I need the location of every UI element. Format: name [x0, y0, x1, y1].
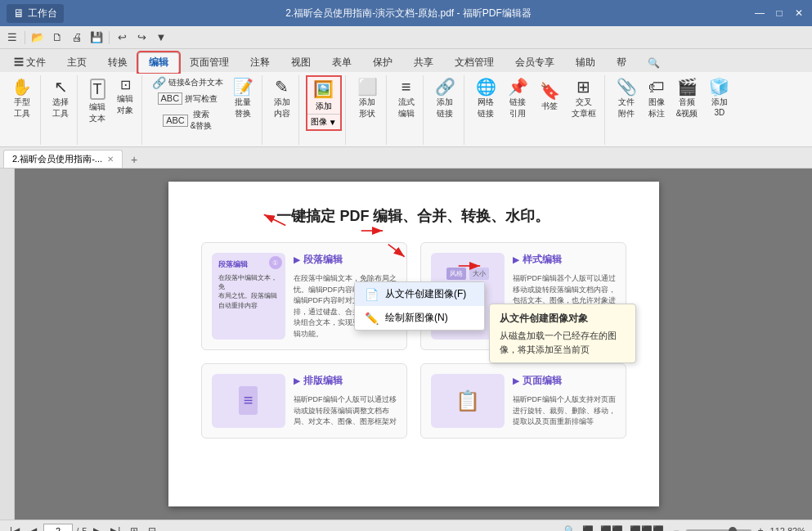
tab-share[interactable]: 共享: [403, 52, 444, 72]
dropdown-item-1[interactable]: ✏️ 绘制新图像(N): [355, 306, 484, 330]
hand-tool-button[interactable]: ✋ 手型工具: [7, 75, 37, 123]
net-link-button[interactable]: 🌐 网络链接: [471, 75, 501, 123]
group-tools-items: 🔗 链接&合并文本 ABC 拼写检查 ABC 搜索&替换 📝 批量替换: [149, 75, 258, 145]
cross-ref-button[interactable]: ⊞ 交叉文章框: [567, 75, 601, 123]
dropdown-arrow[interactable]: ▼: [152, 29, 170, 47]
doc-tabs: 2.福昕会员使用指南-... ✕ +: [0, 147, 812, 169]
audio-video-button[interactable]: 🎬 音频&视频: [671, 75, 703, 123]
add-shape-button[interactable]: ⬜ 添加形状: [352, 75, 383, 123]
minimize-button[interactable]: —: [753, 7, 766, 20]
link-ref-icon: 📌: [508, 79, 528, 95]
group-more-items: 🌐 网络链接 📌 链接引用 🔖 书签 ⊞ 交叉文章框: [471, 75, 601, 145]
tab-docmgr[interactable]: 文档管理: [444, 52, 505, 72]
app-icon: 🖥: [13, 7, 25, 20]
group-link: 🔗 添加链接: [427, 75, 464, 145]
attach-icon: 📎: [617, 79, 637, 95]
zoom-in-button[interactable]: +: [755, 524, 767, 532]
flow-label: 流式编辑: [398, 97, 415, 119]
next-page-button[interactable]: ▶: [90, 524, 104, 532]
dropdown-menu: 📄 从文件创建图像(F) ✏️ 绘制新图像(N): [354, 281, 485, 331]
zoom-out-button[interactable]: −: [671, 524, 683, 532]
new-button[interactable]: 🗋: [48, 29, 66, 47]
search-button[interactable]: ABC 搜索&替换: [149, 107, 227, 133]
tab-note[interactable]: 注释: [240, 52, 280, 72]
doc-tab-close[interactable]: ✕: [107, 155, 114, 164]
link-icon: 🔗: [152, 77, 166, 88]
spell-button[interactable]: ABC 拼写检查: [149, 91, 227, 106]
edit-obj-label: 编辑对象: [117, 93, 133, 116]
group-select: ↖ 选择工具: [44, 75, 78, 145]
select-tool-button[interactable]: ↖ 选择工具: [47, 75, 74, 123]
edit-obj-button[interactable]: ⊡ 编辑对象: [112, 75, 138, 119]
bookmark-button[interactable]: 🔖 书签: [535, 75, 565, 119]
tab-view[interactable]: 视图: [280, 52, 321, 72]
group-image: 🖼️ 添加 图像 ▼: [303, 75, 346, 145]
app-button[interactable]: 🖥 工作台: [7, 4, 64, 23]
doc-tab-1[interactable]: 2.福昕会员使用指南-... ✕: [3, 150, 123, 168]
view-multi-icon[interactable]: ⬛⬛⬛: [630, 525, 664, 531]
dropdown-item-0[interactable]: 📄 从文件创建图像(F): [355, 282, 484, 306]
tab-convert[interactable]: 转换: [97, 52, 138, 72]
tab-home[interactable]: 主页: [56, 52, 97, 72]
add3d-button[interactable]: 🧊 添加3D: [704, 75, 734, 120]
tab-form[interactable]: 表单: [321, 52, 362, 72]
add-link-icon: 🔗: [435, 79, 455, 95]
view-single-icon[interactable]: ⬛: [582, 525, 594, 531]
separator2: [109, 31, 110, 44]
card3-body: 福昕PDF编辑个人版可以通过移动或旋转段落编辑调整文档布局、对文本、图像、图形框…: [294, 394, 397, 428]
tab-member[interactable]: 会员专享: [505, 52, 565, 72]
add-image-top-button[interactable]: 🖼️ 添加: [307, 77, 340, 114]
link-merge-button[interactable]: 🔗 链接&合并文本: [149, 75, 227, 90]
print-button[interactable]: 🖨: [68, 29, 86, 47]
tab-protect[interactable]: 保护: [362, 52, 403, 72]
add-image-split-button[interactable]: 🖼️ 添加 图像 ▼: [306, 75, 342, 131]
add-tab-button[interactable]: +: [126, 151, 142, 168]
fit-page-button[interactable]: ⊞: [127, 524, 141, 532]
add-link-button[interactable]: 🔗 添加链接: [430, 75, 460, 123]
last-page-button[interactable]: ▶|: [107, 524, 123, 532]
doc-area[interactable]: 一键搞定 PDF 编辑、合并、转换、水印。 段落编辑 在段落中编辑文本，免布局之…: [15, 169, 812, 520]
file-attach-button[interactable]: 📎 文件附件: [612, 75, 642, 123]
group-select-items: ↖ 选择工具: [47, 75, 74, 145]
batch-replace-button[interactable]: 📝 批量替换: [228, 75, 258, 123]
3d-icon: 🧊: [709, 79, 729, 95]
save-button[interactable]: 💾: [87, 29, 105, 47]
zoom-thumb[interactable]: [729, 527, 737, 532]
prev-page-button[interactable]: ◀: [26, 524, 40, 532]
tab-page[interactable]: 页面管理: [179, 52, 240, 72]
open-button[interactable]: 📂: [29, 29, 47, 47]
redo-button[interactable]: ↪: [132, 29, 150, 47]
edit-text-button[interactable]: T 编辑文本: [84, 75, 110, 128]
flow-edit-button[interactable]: ≡ 流式编辑: [393, 75, 419, 123]
maximize-button[interactable]: □: [773, 7, 786, 20]
tab-assist[interactable]: 辅助: [565, 52, 606, 72]
undo-button[interactable]: ↩: [113, 29, 131, 47]
nav-controls: |◀ ◀ / 5 ▶ ▶| ⊞ ⊟: [7, 524, 159, 532]
add-image-bottom-button[interactable]: 图像 ▼: [307, 114, 340, 129]
menu-button[interactable]: ☰: [3, 29, 21, 47]
group-shape-items: ⬜ 添加形状: [352, 75, 383, 145]
pdf-title: 一键搞定 PDF 编辑、合并、转换、水印。: [201, 206, 626, 226]
group-flow-items: ≡ 流式编辑: [393, 75, 419, 145]
page-input[interactable]: [43, 524, 73, 532]
scan-icon: 🔍: [564, 525, 576, 531]
tab-help[interactable]: 帮: [606, 52, 637, 72]
tab-file[interactable]: ☰ 文件: [3, 52, 56, 72]
link-ref-button[interactable]: 📌 链接引用: [503, 75, 533, 123]
hand-label: 手型工具: [14, 97, 30, 119]
image-icon: 🖼️: [313, 79, 334, 99]
first-page-button[interactable]: |◀: [7, 524, 23, 532]
fit-width-button[interactable]: ⊟: [145, 524, 159, 532]
group-add-items: ✎ 添加内容: [269, 75, 295, 145]
link-ref-label: 链接引用: [509, 97, 526, 119]
card3-title: 排版编辑: [294, 374, 397, 388]
doc-tab-title: 2.福昕会员使用指南-...: [12, 153, 102, 165]
close-button[interactable]: ✕: [792, 7, 805, 20]
tab-search[interactable]: 🔍: [637, 52, 671, 72]
img-label-button[interactable]: 🏷 图像标注: [644, 75, 670, 123]
add-content-button[interactable]: ✎ 添加内容: [269, 75, 295, 123]
img-label-icon: 🏷: [648, 79, 665, 95]
tab-edit[interactable]: 编辑: [138, 52, 179, 72]
view-double-icon[interactable]: ⬛⬛: [600, 525, 623, 531]
spell-icon: ABC: [158, 92, 183, 105]
